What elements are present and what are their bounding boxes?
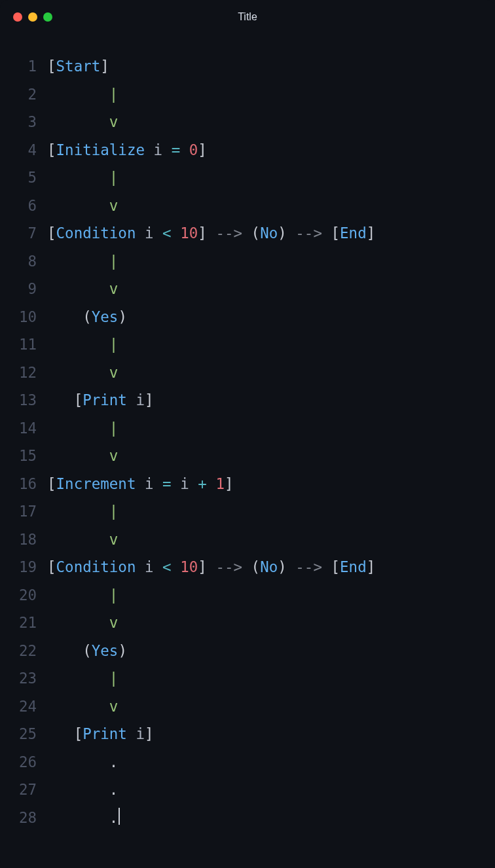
code-line[interactable]: 14 | <box>0 414 495 443</box>
line-number: 10 <box>0 303 47 331</box>
token-paren: ) <box>278 558 287 575</box>
code-line[interactable]: 10 (Yes) <box>0 303 495 331</box>
token-plain <box>47 308 82 325</box>
code-content[interactable]: . <box>47 748 118 776</box>
code-content[interactable]: | <box>47 414 118 443</box>
close-icon[interactable] <box>13 12 22 22</box>
token-v: v <box>109 280 119 297</box>
token-plain <box>207 225 216 242</box>
token-bracket: ] <box>367 558 376 575</box>
token-paren: ) <box>278 225 287 242</box>
token-word: No <box>260 558 278 575</box>
code-content[interactable]: [Start] <box>47 52 109 81</box>
code-line[interactable]: 21 v <box>0 609 495 637</box>
token-bracket: ] <box>198 141 207 158</box>
code-line[interactable]: 12 v <box>0 359 495 387</box>
code-content[interactable]: v <box>47 693 118 721</box>
token-var: i <box>145 225 154 242</box>
token-plain <box>47 86 109 103</box>
token-word: No <box>260 225 278 242</box>
code-line[interactable]: 7[Condition i < 10] --> (No) --> [End] <box>0 219 495 247</box>
token-paren: ( <box>82 308 92 325</box>
code-content[interactable]: v <box>47 526 118 554</box>
code-line[interactable]: 28 . <box>0 804 495 832</box>
code-line[interactable]: 5 | <box>0 164 495 192</box>
code-content[interactable]: v <box>47 359 118 387</box>
code-content[interactable]: . <box>47 776 118 804</box>
code-content[interactable]: | <box>47 164 118 192</box>
code-line[interactable]: 15 v <box>0 442 495 470</box>
code-line[interactable]: 20 | <box>0 581 495 609</box>
token-ident: Print <box>82 725 127 742</box>
line-number: 15 <box>0 442 47 470</box>
token-bracket: [ <box>47 475 56 492</box>
code-content[interactable]: v <box>47 442 118 470</box>
code-line[interactable]: 4[Initialize i = 0] <box>0 136 495 164</box>
token-plain <box>189 475 198 492</box>
token-plain <box>47 587 109 604</box>
code-line[interactable]: 25 [Print i] <box>0 720 495 748</box>
line-number: 6 <box>0 192 47 220</box>
code-line[interactable]: 11 | <box>0 331 495 359</box>
code-content[interactable]: [Increment i = i + 1] <box>47 470 233 498</box>
line-number: 11 <box>0 331 47 359</box>
token-op: < <box>162 225 172 242</box>
zoom-icon[interactable] <box>43 12 52 22</box>
code-content[interactable]: | <box>47 247 118 276</box>
line-number: 3 <box>0 108 47 136</box>
token-ident: Condition <box>56 225 136 242</box>
token-paren: ) <box>118 642 127 659</box>
code-content[interactable]: v <box>47 192 118 220</box>
token-ident: Initialize <box>56 141 145 158</box>
code-content[interactable]: (Yes) <box>47 303 127 331</box>
code-line[interactable]: 2 | <box>0 81 495 109</box>
code-line[interactable]: 27 . <box>0 776 495 804</box>
code-editor[interactable]: 1[Start]2 |3 v4[Initialize i = 0]5 |6 v7… <box>0 34 495 868</box>
code-line[interactable]: 18 v <box>0 526 495 554</box>
code-line[interactable]: 1[Start] <box>0 52 495 81</box>
code-content[interactable]: v <box>47 275 118 303</box>
token-plain <box>47 725 74 742</box>
minimize-icon[interactable] <box>28 12 37 22</box>
code-line[interactable]: 6 v <box>0 192 495 220</box>
code-line[interactable]: 26 . <box>0 748 495 776</box>
code-line[interactable]: 22 (Yes) <box>0 637 495 665</box>
token-bracket: ] <box>100 58 109 75</box>
code-content[interactable]: [Condition i < 10] --> (No) --> [End] <box>47 553 375 581</box>
code-line[interactable]: 3 v <box>0 108 495 136</box>
token-var: i <box>154 141 163 158</box>
code-content[interactable]: | <box>47 497 118 526</box>
token-op: + <box>198 475 207 492</box>
code-content[interactable]: | <box>47 331 118 359</box>
token-word: Yes <box>92 308 119 325</box>
code-content[interactable]: . <box>47 804 120 832</box>
code-content[interactable]: | <box>47 581 118 609</box>
code-line[interactable]: 19[Condition i < 10] --> (No) --> [End] <box>0 553 495 581</box>
code-content[interactable]: v <box>47 609 118 637</box>
code-line[interactable]: 17 | <box>0 497 495 526</box>
code-content[interactable]: | <box>47 664 118 693</box>
code-content[interactable]: (Yes) <box>47 637 127 665</box>
code-content[interactable]: [Print i] <box>47 720 154 748</box>
code-line[interactable]: 8 | <box>0 247 495 276</box>
code-content[interactable]: v <box>47 108 118 136</box>
token-plain <box>287 225 296 242</box>
code-line[interactable]: 23 | <box>0 664 495 693</box>
code-line[interactable]: 9 v <box>0 275 495 303</box>
line-number: 20 <box>0 581 47 609</box>
token-plain <box>162 141 172 158</box>
code-line[interactable]: 13 [Print i] <box>0 386 495 414</box>
code-content[interactable]: [Condition i < 10] --> (No) --> [End] <box>47 219 375 247</box>
token-plain <box>47 753 109 770</box>
code-line[interactable]: 24 v <box>0 693 495 721</box>
code-content[interactable]: [Print i] <box>47 386 154 414</box>
token-pipe: | <box>109 86 119 103</box>
token-bracket: [ <box>331 225 340 242</box>
code-content[interactable]: [Initialize i = 0] <box>47 136 207 164</box>
code-line[interactable]: 16[Increment i = i + 1] <box>0 470 495 498</box>
code-content[interactable]: | <box>47 81 118 109</box>
token-v: v <box>109 531 119 548</box>
editor-window: Title 1[Start]2 |3 v4[Initialize i = 0]5… <box>0 0 495 868</box>
token-plain <box>47 503 109 520</box>
token-ident: Condition <box>56 558 136 575</box>
